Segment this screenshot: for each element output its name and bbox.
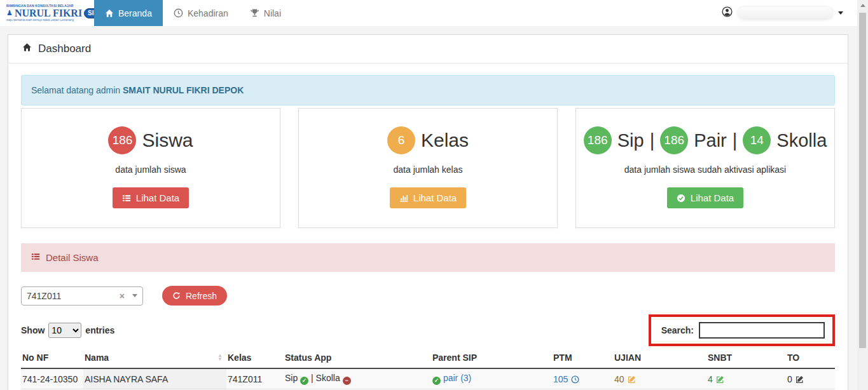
col-header-status-app: Status App: [284, 349, 431, 368]
table-row: 741-24-10350 AISHA NAYRA SAFA 741Z011 Si…: [21, 368, 835, 389]
search-input[interactable]: [699, 322, 825, 339]
th-list-icon: [122, 194, 131, 203]
navbar: BIMBINGAN DAN KONSULTASI BELAJAR ♟ NURUL…: [0, 0, 857, 26]
col-header-ptm: PTM: [552, 349, 613, 368]
cell-no-nf: 741-24-10350: [21, 368, 83, 389]
cell-to: 0: [786, 368, 835, 389]
page-title: Dashboard: [38, 43, 91, 55]
nav-item-kehadiran[interactable]: Kehadiran: [163, 0, 239, 26]
edit-icon: [716, 374, 724, 384]
clear-selection-icon[interactable]: ×: [120, 291, 125, 301]
logo-title: NURUL FIKRI: [15, 8, 82, 18]
separator: |: [733, 130, 738, 151]
check-circle-icon: [300, 377, 308, 385]
siswa-count-badge: 186: [108, 126, 136, 154]
check-circle-icon: [677, 194, 685, 203]
col-header-nama[interactable]: Nama: [83, 349, 226, 368]
table-header-row: No NF Nama Kelas Status App Parent SIP P…: [21, 349, 835, 368]
col-header-snbt: SNBT: [706, 349, 786, 368]
button-label: Lihat Data: [136, 192, 179, 203]
card-kelas: 6 Kelas data jumlah kelas Lihat Data: [298, 108, 558, 228]
nav-item-beranda[interactable]: Beranda: [94, 0, 163, 26]
filter-row: 741Z011 × Refresh: [21, 286, 835, 306]
card-description: data jumlah siswa sudah aktivasi aplikas…: [581, 165, 829, 175]
cell-ujian: 40: [613, 368, 706, 389]
home-icon: [105, 9, 114, 18]
nav-label: Nilai: [264, 8, 281, 18]
cell-kelas: 741Z011: [226, 368, 284, 389]
clock-icon: [174, 8, 183, 18]
trophy-icon: [250, 8, 259, 18]
edit-icon: [796, 374, 804, 384]
welcome-school-name: SMAIT NURUL FIKRI DEPOK: [123, 85, 244, 95]
col-header-to: TO: [786, 349, 835, 368]
col-header-kelas: Kelas: [226, 349, 284, 368]
logo-top-line: BIMBINGAN DAN KONSULTASI BELAJAR: [6, 4, 90, 8]
show-label: Show: [21, 325, 45, 335]
detail-siswa-title: Detail Siswa: [46, 252, 99, 263]
lihat-data-siswa-button[interactable]: Lihat Data: [113, 187, 189, 208]
sort-icon: [217, 354, 223, 361]
entries-label: entries: [85, 325, 114, 335]
clock-icon: [571, 374, 579, 384]
scrollbar-up-arrow[interactable]: [857, 0, 868, 11]
skolla-count-badge: 14: [743, 126, 771, 154]
home-icon: [22, 43, 32, 55]
col-header-ujian: UJIAN: [613, 349, 706, 368]
main-menu: Beranda Kehadiran Nilai: [94, 0, 292, 26]
check-circle-icon: [432, 377, 441, 385]
page-header: Dashboard: [8, 35, 848, 64]
nav-label: Beranda: [118, 8, 152, 18]
refresh-button[interactable]: Refresh: [162, 286, 227, 306]
lihat-data-aktivasi-button[interactable]: Lihat Data: [667, 187, 743, 208]
snbt-link[interactable]: 4: [708, 374, 724, 384]
button-label: Lihat Data: [691, 192, 734, 203]
edit-icon: [628, 374, 636, 384]
card-title-label: Sip: [617, 130, 644, 151]
ptm-link[interactable]: 105: [553, 374, 579, 384]
scrollbar[interactable]: [857, 0, 868, 390]
cell-nama: AISHA NAYRA SAFA: [83, 368, 226, 389]
welcome-text: Selamat datang admin: [31, 85, 120, 95]
user-circle-icon: [722, 6, 733, 20]
card-aktivasi: 186 Sip | 186 Pair | 14 Skolla data juml…: [575, 108, 835, 228]
content-area: Dashboard Selamat datang admin SMAIT NUR…: [0, 26, 857, 390]
cell-ptm: 105: [552, 368, 613, 389]
cell-status-app: Sip | Skolla: [284, 368, 431, 389]
to-link[interactable]: 0: [787, 374, 804, 384]
user-menu[interactable]: [722, 0, 843, 26]
card-title-label: Siswa: [142, 130, 193, 151]
nav-label: Kehadiran: [188, 8, 228, 18]
chevron-down-icon: [838, 11, 843, 15]
kelas-select[interactable]: 741Z011 ×: [21, 286, 143, 306]
kelas-select-value: 741Z011: [27, 291, 120, 301]
search-label: Search:: [661, 325, 694, 335]
main-panel: Dashboard Selamat datang admin SMAIT NUR…: [8, 34, 848, 390]
nav-item-nilai[interactable]: Nilai: [239, 0, 292, 26]
user-name-redacted: [738, 7, 833, 20]
siswa-table: No NF Nama Kelas Status App Parent SIP P…: [21, 349, 835, 390]
card-title-label: Kelas: [421, 130, 469, 151]
col-header-no-nf: No NF: [21, 349, 83, 368]
card-title-label: Skolla: [776, 130, 827, 151]
cell-snbt: 4: [706, 368, 786, 389]
sip-count-badge: 186: [584, 126, 612, 154]
app-logo[interactable]: BIMBINGAN DAN KONSULTASI BELAJAR ♟ NURUL…: [6, 4, 90, 22]
detail-siswa-header: Detail Siswa: [21, 243, 835, 272]
cell-parent-sip: pair (3): [431, 368, 552, 389]
button-label: Refresh: [186, 291, 217, 301]
col-header-parent-sip: Parent SIP: [431, 349, 552, 368]
logo-tagline: Maju Bersama Allah Menuju Masa Depan Cem…: [6, 19, 90, 22]
card-description: data jumlah siswa: [27, 165, 275, 175]
page-length-select[interactable]: 10: [48, 323, 81, 338]
scrollbar-thumb[interactable]: [859, 13, 866, 348]
logo-figure-icon: ♟: [6, 10, 13, 17]
separator: |: [650, 130, 655, 151]
lihat-data-kelas-button[interactable]: Lihat Data: [390, 187, 466, 208]
card-siswa: 186 Siswa data jumlah siswa Lihat Data: [21, 108, 280, 228]
table-controls: Show 10 entries Search:: [21, 314, 835, 346]
ujian-link[interactable]: 40: [614, 374, 636, 384]
page-length-control: Show 10 entries: [21, 323, 114, 338]
card-description: data jumlah kelas: [304, 165, 552, 175]
pair-link[interactable]: pair (3): [443, 373, 471, 383]
